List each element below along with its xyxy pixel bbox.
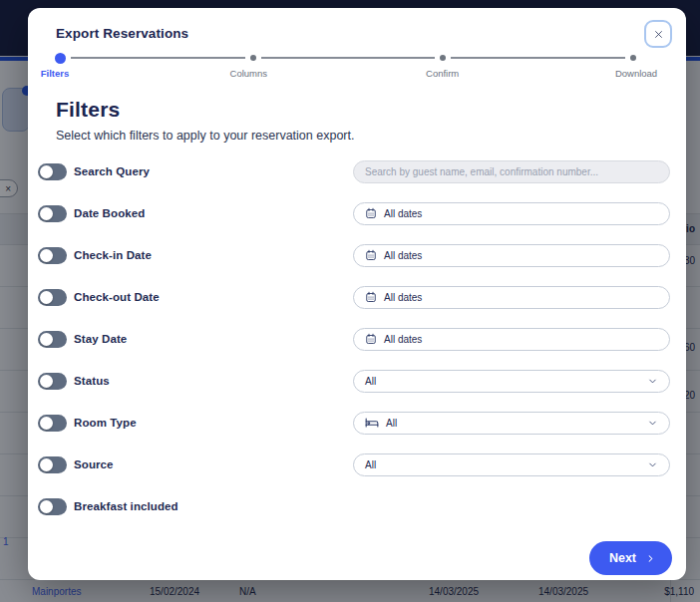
date-input-value: All dates <box>384 292 422 303</box>
close-icon <box>653 29 664 40</box>
filter-row-search-query: Search Query Search by guest name, email… <box>28 150 686 192</box>
chevron-down-icon <box>647 376 658 387</box>
filter-row-room-type: Room Type All <box>28 402 686 444</box>
step-label-confirm[interactable]: Confirm <box>426 68 459 79</box>
step-dot-download <box>630 55 636 61</box>
calendar-icon <box>365 207 377 219</box>
search-query-input[interactable]: Search by guest name, email, confirmatio… <box>353 160 670 183</box>
step-label-download[interactable]: Download <box>615 68 657 79</box>
page-title: Filters <box>56 98 120 122</box>
toggle-knob <box>40 207 53 220</box>
chevron-down-icon <box>647 418 658 429</box>
page-subtitle: Select which filters to apply to your re… <box>56 129 354 143</box>
filter-control: Search by guest name, email, confirmatio… <box>353 160 670 183</box>
status-toggle[interactable] <box>38 373 67 390</box>
filter-label: Stay Date <box>74 333 127 345</box>
export-reservations-modal: Export Reservations FiltersColumnsConfir… <box>28 8 686 580</box>
filter-control: All dates <box>353 286 670 309</box>
step-dot-columns <box>250 55 256 61</box>
input-placeholder: Search by guest name, email, confirmatio… <box>365 166 598 177</box>
filter-control: All dates <box>353 244 670 267</box>
filter-control: All <box>353 412 670 435</box>
select-value: All <box>365 459 376 470</box>
date-input-value: All dates <box>384 250 422 261</box>
filter-row-date-booked: Date Booked All dates <box>28 192 686 234</box>
toggle-knob <box>40 417 53 430</box>
filter-label: Source <box>74 458 114 470</box>
filter-control: All <box>353 370 670 393</box>
toggle-knob <box>40 333 53 346</box>
search-query-toggle[interactable] <box>38 163 67 180</box>
check-in-date-toggle[interactable] <box>38 247 67 264</box>
date-booked-date-input[interactable]: All dates <box>353 202 670 225</box>
date-input-value: All dates <box>384 334 422 345</box>
select-value: All <box>365 376 376 387</box>
status-select[interactable]: All <box>353 370 670 393</box>
breakfast-included-toggle[interactable] <box>38 498 67 515</box>
filter-label: Status <box>74 375 110 387</box>
room-type-select[interactable]: All <box>353 412 670 435</box>
chevron-right-icon <box>645 553 656 564</box>
calendar-icon <box>365 333 377 345</box>
step-dot-filters <box>55 53 66 64</box>
toggle-knob <box>40 291 53 304</box>
modal-title: Export Reservations <box>56 26 188 41</box>
source-select[interactable]: All <box>353 453 670 476</box>
step-connector <box>261 57 436 59</box>
filter-label: Date Booked <box>74 207 145 219</box>
filter-label: Check-in Date <box>74 249 152 261</box>
filter-row-check-out-date: Check-out Date All dates <box>28 276 686 318</box>
filter-row-check-in-date: Check-in Date All dates <box>28 234 686 276</box>
filter-label: Check-out Date <box>74 291 160 303</box>
filter-control: All dates <box>353 328 670 351</box>
next-button-label: Next <box>609 551 636 565</box>
date-input-value: All dates <box>384 208 422 219</box>
page: × ⇅ rio 306020 1 Mainportes15/02/2024N/A… <box>0 0 700 602</box>
check-out-date-toggle[interactable] <box>38 289 67 306</box>
filter-row-stay-date: Stay Date All dates <box>28 318 686 360</box>
step-label-filters[interactable]: Filters <box>41 68 70 79</box>
check-out-date-date-input[interactable]: All dates <box>353 286 670 309</box>
filter-row-breakfast-included: Breakfast included <box>28 485 686 527</box>
step-connector <box>71 57 245 59</box>
chevron-down-icon <box>647 459 658 470</box>
source-toggle[interactable] <box>38 456 67 473</box>
calendar-icon <box>365 249 377 261</box>
toggle-knob <box>40 458 53 471</box>
filter-list: Search Query Search by guest name, email… <box>28 150 686 527</box>
next-button[interactable]: Next <box>589 541 672 575</box>
step-label-columns[interactable]: Columns <box>230 68 268 79</box>
room-type-toggle[interactable] <box>38 415 67 432</box>
toggle-knob <box>40 249 53 262</box>
filter-row-status: Status All <box>28 360 686 402</box>
toggle-knob <box>40 375 53 388</box>
stay-date-toggle[interactable] <box>38 331 67 348</box>
filter-label: Room Type <box>74 417 137 429</box>
select-value: All <box>386 418 397 429</box>
step-dot-confirm <box>440 55 446 61</box>
filter-control: All <box>353 453 670 476</box>
check-in-date-date-input[interactable]: All dates <box>353 244 670 267</box>
filter-label: Search Query <box>74 165 150 177</box>
toggle-knob <box>40 500 53 513</box>
filter-label: Breakfast included <box>74 500 178 512</box>
wizard-stepper: FiltersColumnsConfirmDownload <box>55 52 636 86</box>
filter-control: All dates <box>353 202 670 225</box>
date-booked-toggle[interactable] <box>38 205 67 222</box>
filter-row-source: Source All <box>28 444 686 485</box>
close-button[interactable] <box>644 20 672 48</box>
stay-date-date-input[interactable]: All dates <box>353 328 670 351</box>
step-connector <box>451 57 625 59</box>
bed-icon <box>365 417 379 429</box>
calendar-icon <box>365 291 377 303</box>
toggle-knob <box>40 165 53 178</box>
